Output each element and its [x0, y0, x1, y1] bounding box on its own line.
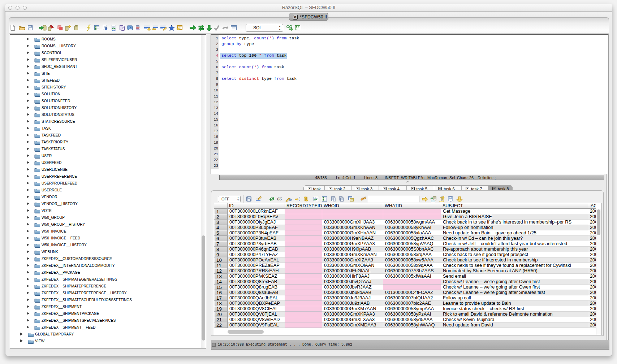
svg-text:66: 66: [277, 196, 282, 202]
